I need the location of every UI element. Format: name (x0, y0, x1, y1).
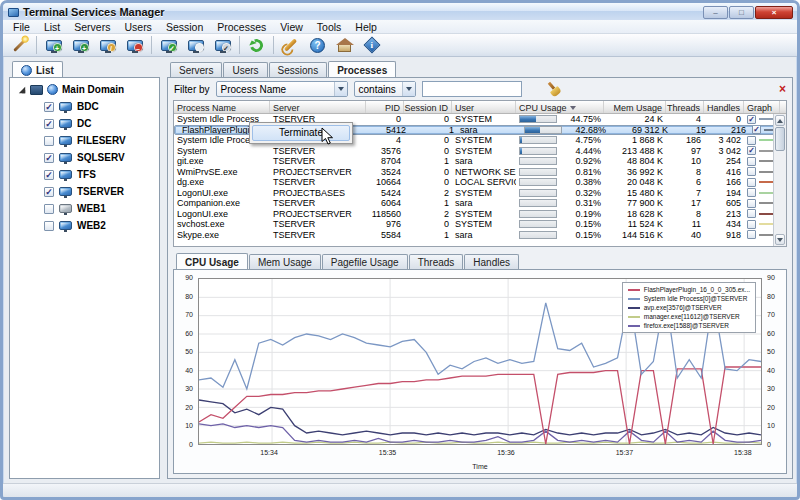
checkbox[interactable]: ✓ (44, 119, 54, 129)
tree-item-web2[interactable]: WEB2 (44, 220, 155, 231)
add-server-button[interactable]: + (41, 35, 66, 56)
graph-checkbox[interactable] (747, 230, 756, 239)
checkbox[interactable] (44, 136, 54, 146)
graph-checkbox[interactable] (747, 178, 756, 187)
column-header-process-name[interactable]: Process Name (174, 101, 270, 113)
chevron-down-icon[interactable] (334, 82, 347, 96)
expander-icon[interactable] (19, 86, 25, 92)
column-header-user[interactable]: User (452, 101, 516, 113)
settings-wrench-button[interactable] (278, 35, 303, 56)
graph-checkbox[interactable] (747, 220, 756, 229)
tree-item-bdc[interactable]: ✓BDC (44, 101, 155, 112)
disconnect-session-button[interactable] (183, 35, 208, 56)
about-button[interactable]: i (359, 35, 384, 56)
tree-item-tserver[interactable]: ✓TSERVER (44, 186, 155, 197)
menu-list[interactable]: List (38, 21, 66, 33)
menu-view[interactable]: View (274, 21, 309, 33)
table-row[interactable]: dg.exeTSERVER106640LOCAL SERVICE0.38%20 … (174, 177, 786, 188)
checkbox[interactable]: ✓ (44, 170, 54, 180)
chart-tab-pagefile-usage[interactable]: Pagefile Usage (322, 254, 408, 269)
menu-help[interactable]: Help (349, 21, 383, 33)
maximize-button[interactable]: □ (729, 6, 754, 19)
tab-servers[interactable]: Servers (170, 62, 222, 77)
tab-list[interactable]: List (12, 61, 63, 77)
help-button[interactable]: ? (305, 35, 330, 56)
clear-filter-broom-icon[interactable] (543, 78, 565, 100)
menu-session[interactable]: Session (160, 21, 209, 33)
minimize-button[interactable]: – (703, 6, 728, 19)
scrollbar-thumb[interactable] (775, 127, 785, 151)
column-header-pid[interactable]: PID (366, 101, 404, 113)
column-header-graph[interactable]: Graph (744, 101, 780, 113)
context-menu-item-terminate[interactable]: Terminate (252, 125, 350, 141)
menu-servers[interactable]: Servers (68, 21, 116, 33)
graph-checkbox[interactable]: ✓ (752, 126, 761, 135)
scroll-down-icon[interactable] (775, 234, 785, 245)
graph-checkbox[interactable] (747, 157, 756, 166)
checkbox[interactable] (44, 204, 54, 214)
tab-users[interactable]: Users (223, 62, 267, 77)
home-button[interactable] (332, 35, 357, 56)
table-row[interactable]: Skype.exeTSERVER55841sara0.15%144 516 K4… (174, 230, 786, 241)
column-header-cpu-usage[interactable]: CPU Usage (516, 101, 604, 113)
column-header-server[interactable]: Server (270, 101, 366, 113)
table-scrollbar[interactable] (773, 114, 786, 246)
table-row[interactable]: LogonUI.exePROJECTSERVER1185602SYSTEM0.1… (174, 209, 786, 220)
chart-tab-mem-usage[interactable]: Mem Usage (249, 254, 321, 269)
tab-sessions[interactable]: Sessions (269, 62, 328, 77)
filter-value-input[interactable] (422, 81, 522, 97)
title-bar[interactable]: Terminal Services Manager –□× (3, 3, 797, 20)
remove-server-button[interactable]: – (122, 35, 147, 56)
tree-item-sqlserv[interactable]: ✓SQLSERV (44, 152, 155, 163)
graph-checkbox[interactable] (747, 188, 756, 197)
graph-checkbox[interactable] (747, 167, 756, 176)
table-row[interactable]: WmiPrvSE.exePROJECTSERVER35240NETWORK SE… (174, 167, 786, 178)
tree-item-web1[interactable]: WEB1 (44, 203, 155, 214)
checkbox[interactable]: ✓ (44, 153, 54, 163)
column-header-handles[interactable]: Handles (704, 101, 744, 113)
menu-file[interactable]: File (7, 21, 36, 33)
scroll-up-icon[interactable] (775, 115, 785, 126)
tree-root-main-domain[interactable]: Main Domain (14, 84, 155, 95)
add-server-wizard-button[interactable]: + (68, 35, 93, 56)
column-header-session-id[interactable]: Session ID (404, 101, 452, 113)
graph-checkbox[interactable] (747, 199, 756, 208)
chart-tab-threads[interactable]: Threads (409, 254, 464, 269)
refresh-button[interactable] (244, 35, 269, 56)
menu-tools[interactable]: Tools (311, 21, 348, 33)
tree-item-fileserv[interactable]: FILESERV (44, 135, 155, 146)
graph-checkbox[interactable] (747, 136, 756, 145)
chart-tab-cpu-usage[interactable]: CPU Usage (176, 253, 248, 269)
cell-mem-usage: 36 992 K (604, 167, 666, 178)
tree-item-dc[interactable]: ✓DC (44, 118, 155, 129)
connect-session-button[interactable]: ✓ (156, 35, 181, 56)
tree-item-tfs[interactable]: ✓TFS (44, 169, 155, 180)
checkbox[interactable]: ✓ (44, 187, 54, 197)
chevron-down-icon[interactable] (402, 82, 415, 96)
checkbox[interactable] (44, 221, 54, 231)
tab-processes[interactable]: Processes (328, 61, 396, 77)
edit-server-button[interactable]: / (95, 35, 120, 56)
table-row[interactable]: Companion.exeTSERVER60641sara0.31%77 900… (174, 198, 786, 209)
panel-splitter[interactable] (160, 61, 167, 479)
cpu-percent: 0.38% (575, 177, 601, 187)
table-row[interactable]: svchost.exeTSERVER9760SYSTEM0.15%11 524 … (174, 219, 786, 230)
graph-checkbox[interactable]: ✓ (747, 146, 756, 155)
chart-tab-handles[interactable]: Handles (464, 254, 519, 269)
table-row[interactable]: LogonUI.exePROJECTBASES54242SYSTEM0.32%1… (174, 188, 786, 199)
table-row[interactable]: git.exeTSERVER87041sara0.92%48 804 K1025… (174, 156, 786, 167)
wizard-wand-button[interactable] (7, 35, 32, 56)
column-header-mem-usage[interactable]: Mem Usage (604, 101, 666, 113)
menu-processes[interactable]: Processes (211, 21, 272, 33)
filter-field-select[interactable]: Process Name (216, 81, 348, 97)
graph-checkbox[interactable] (747, 209, 756, 218)
table-row[interactable]: SystemTSERVER35760SYSTEM4.44%213 488 K97… (174, 146, 786, 157)
select-sessions-button[interactable]: ✓ (210, 35, 235, 56)
column-header-threads[interactable]: Threads (666, 101, 704, 113)
filter-operator-select[interactable]: contains (354, 81, 416, 97)
close-filter-icon[interactable]: × (779, 83, 786, 95)
graph-checkbox[interactable]: ✓ (747, 115, 756, 124)
checkbox[interactable]: ✓ (44, 102, 54, 112)
menu-users[interactable]: Users (118, 21, 157, 33)
close-button[interactable]: × (755, 6, 793, 19)
